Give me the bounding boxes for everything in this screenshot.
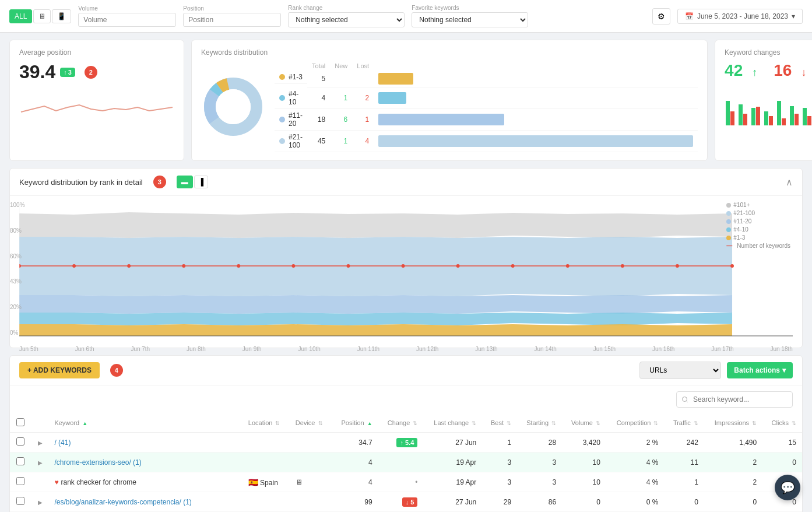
col-location[interactable]: Location ⇅	[242, 413, 290, 433]
collapse-button[interactable]: ∧	[786, 177, 793, 188]
expand-arrow[interactable]: ▶	[38, 440, 43, 446]
col-position[interactable]: Position ▲	[332, 413, 378, 433]
volume-input[interactable]	[78, 13, 176, 27]
col-last-change[interactable]: Last change ⇅	[423, 413, 482, 433]
change-badge-up: ↑ 5.4	[396, 438, 417, 447]
x-axis-labels: Jun 5thJun 6thJun 7thJun 8thJun 9th Jun …	[19, 343, 793, 352]
row-device	[290, 492, 332, 512]
row-last-change: 27 Jun	[423, 433, 482, 453]
row-keyword-cell: ♥rank checker for chrome	[48, 472, 242, 492]
batch-label: Batch actions	[734, 366, 780, 374]
favorite-keywords-select[interactable]: Nothing selected	[412, 12, 528, 27]
position-label: Position	[183, 5, 281, 12]
dist-row-bar	[374, 87, 698, 109]
row-impressions: 2	[704, 453, 762, 472]
col-impressions[interactable]: Impressions ⇅	[704, 413, 762, 433]
col-keyword[interactable]: Keyword ▲	[48, 413, 242, 433]
svg-point-47	[621, 264, 624, 268]
dist-row-lost: 2	[352, 87, 374, 109]
device-filter: ALL 🖥 📱	[9, 9, 71, 23]
avg-position-sparkline	[19, 89, 174, 124]
row-checkbox[interactable]	[16, 477, 24, 485]
col-competition[interactable]: Competition ⇅	[606, 413, 665, 433]
bar-chart-btn[interactable]: ▐	[194, 176, 209, 188]
expand-arrow[interactable]: ▶	[38, 460, 43, 466]
kw-lost-num: 16	[774, 61, 792, 80]
row-last-change: 27 Jun	[423, 492, 482, 512]
area-chart-btn[interactable]: ▬	[177, 176, 193, 188]
row-checkbox[interactable]	[16, 437, 24, 446]
badge-arrow-up: ↑	[64, 69, 67, 76]
svg-rect-7	[739, 104, 743, 125]
row-volume: 3,420	[562, 433, 606, 453]
svg-point-38	[127, 264, 131, 268]
row-device	[290, 453, 332, 472]
svg-point-37	[72, 264, 76, 268]
volume-label: Volume	[78, 5, 176, 12]
row-checkbox[interactable]	[16, 497, 24, 505]
row-volume: 0	[562, 492, 606, 512]
batch-actions-button[interactable]: Batch actions ▾	[727, 362, 793, 378]
row-change: •	[378, 472, 424, 492]
keyword-url-link[interactable]: / (41)	[54, 439, 71, 447]
table-row: ▶ / (41) 34.7 ↑ 5.4 27 Jun 1 28 3,420 2 …	[10, 433, 802, 453]
section-num-2: 2	[85, 66, 97, 79]
dist-row-total: 18	[307, 109, 330, 131]
date-range-button[interactable]: 📅 June 5, 2023 - June 18, 2023 ▾	[677, 9, 803, 24]
row-best: 1	[482, 433, 517, 453]
change-badge-down: ↓ 5	[402, 497, 418, 507]
row-starting: 86	[517, 492, 562, 512]
keyword-url-link[interactable]: /es/blog/analizar-keywords-competencia/ …	[54, 498, 191, 506]
keywords-table: Keyword ▲ Location ⇅ Device ⇅ Position ▲…	[10, 413, 802, 512]
chart-type-buttons: ▬ ▐	[177, 176, 209, 188]
dist-col-new: New	[330, 61, 352, 71]
settings-button[interactable]: ⚙	[652, 8, 670, 24]
kw-gained-num: 42	[725, 61, 743, 80]
table-row: ▶ /chrome-extensions-seo/ (1) 4 19 Apr 3…	[10, 453, 802, 472]
urls-select[interactable]: URLs	[639, 362, 721, 379]
row-traffic: 0	[664, 492, 704, 512]
col-traffic[interactable]: Traffic ⇅	[664, 413, 704, 433]
svg-point-39	[182, 264, 185, 268]
chat-bubble[interactable]: 💬	[775, 475, 800, 500]
avg-position-number: 39.4	[19, 61, 55, 83]
svg-point-40	[237, 264, 240, 268]
row-expand-cell	[31, 472, 48, 492]
row-competition: 2 %	[606, 433, 665, 453]
svg-marker-35	[19, 324, 732, 336]
row-best: 3	[482, 472, 517, 492]
device-all-btn[interactable]: ALL	[9, 9, 32, 23]
avg-position-widget: Average position 39.4 ↑ 3 2	[9, 40, 184, 161]
section-num-4: 4	[110, 364, 123, 377]
device-desktop-btn[interactable]: 🖥	[33, 9, 51, 23]
heart-icon[interactable]: ♥	[54, 478, 58, 486]
row-checkbox[interactable]	[16, 457, 24, 465]
svg-point-43	[402, 264, 405, 268]
row-competition: 0 %	[606, 492, 665, 512]
svg-point-49	[730, 264, 734, 268]
col-device[interactable]: Device ⇅	[290, 413, 332, 433]
row-impressions: 0	[704, 492, 762, 512]
donut-chart	[201, 75, 265, 139]
col-starting[interactable]: Starting ⇅	[517, 413, 562, 433]
keyword-search-input[interactable]	[676, 391, 793, 408]
dist-row-new: 6	[330, 109, 352, 131]
col-change[interactable]: Change ⇅	[378, 413, 424, 433]
device-mobile-btn[interactable]: 📱	[52, 9, 71, 23]
keyword-url-link[interactable]: /chrome-extensions-seo/ (1)	[54, 458, 141, 467]
row-position: 4	[332, 472, 378, 492]
svg-point-44	[456, 264, 460, 268]
row-change	[378, 453, 424, 472]
col-clicks[interactable]: Clicks ⇅	[762, 413, 802, 433]
position-input[interactable]	[183, 13, 281, 27]
row-competition: 4 %	[606, 453, 665, 472]
add-keywords-button[interactable]: + ADD KEYWORDS	[19, 362, 100, 378]
rank-change-select[interactable]: Nothing selected	[288, 12, 405, 27]
select-all-checkbox[interactable]	[16, 418, 24, 426]
col-volume[interactable]: Volume ⇅	[562, 413, 606, 433]
row-expand-cell: ▶	[31, 453, 48, 472]
expand-arrow[interactable]: ▶	[38, 499, 43, 506]
chevron-down-icon: ▾	[792, 12, 795, 20]
col-best[interactable]: Best ⇅	[482, 413, 517, 433]
col-sort[interactable]	[31, 413, 48, 433]
